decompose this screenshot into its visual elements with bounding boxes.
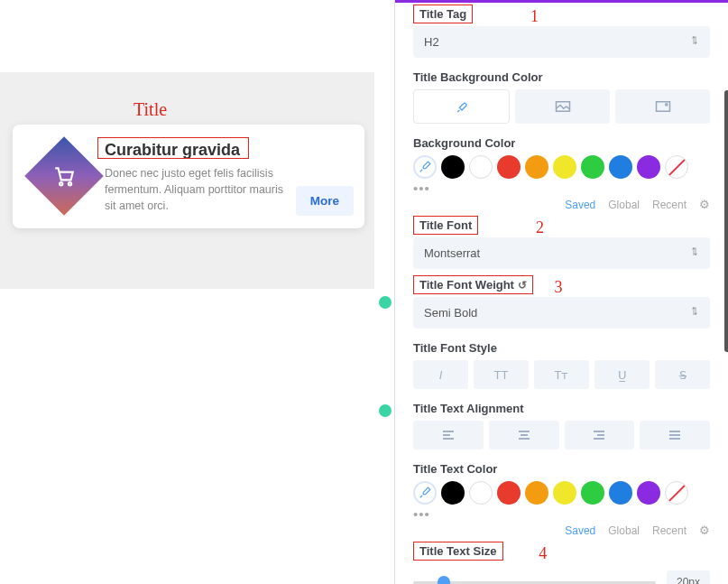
swatch-empty[interactable] bbox=[469, 155, 493, 179]
card-description: Donec nec justo eget felis facilisis fer… bbox=[105, 165, 294, 214]
title-font-select[interactable]: Montserrat bbox=[413, 237, 710, 269]
gear-icon[interactable]: ⚙ bbox=[699, 198, 710, 211]
bg-tab-image[interactable] bbox=[615, 89, 710, 124]
bg-type-tabs bbox=[413, 89, 710, 124]
align-right-button[interactable] bbox=[565, 421, 635, 450]
palette-saved[interactable]: Saved bbox=[565, 199, 595, 211]
align-left-button[interactable] bbox=[413, 421, 484, 450]
text-size-value[interactable]: 20px bbox=[667, 570, 710, 584]
title-font-row: Title Font 2 bbox=[413, 218, 710, 237]
annotation-4: 4 bbox=[539, 544, 547, 563]
title-font-style-label: Title Font Style bbox=[413, 341, 710, 355]
palette-footer-2: Saved Global Recent ⚙ bbox=[413, 524, 710, 537]
title-text-size-row: Title Text Size 4 bbox=[413, 544, 710, 563]
strike-button[interactable]: S̶ bbox=[655, 360, 710, 389]
text-color-swatches bbox=[413, 481, 710, 505]
preview-pane: Title Curabitur gravida Donec nec justo … bbox=[0, 0, 388, 584]
text-swatch-black[interactable] bbox=[441, 481, 465, 505]
title-tag-label: Title Tag bbox=[413, 5, 473, 23]
underline-button[interactable]: U̲ bbox=[594, 360, 650, 389]
swatch-green[interactable] bbox=[581, 155, 604, 179]
eyedropper-icon-2[interactable] bbox=[413, 481, 437, 505]
title-font-weight-text: Title Font Weight bbox=[419, 278, 514, 292]
hover-handle-1[interactable] bbox=[379, 296, 392, 309]
text-swatch-blue[interactable] bbox=[609, 481, 632, 505]
text-swatch-green[interactable] bbox=[581, 481, 604, 505]
annotation-box-title bbox=[97, 137, 249, 159]
more-swatches-2-icon[interactable]: ••• bbox=[413, 506, 710, 522]
palette2-saved[interactable]: Saved bbox=[565, 524, 595, 537]
uppercase-button[interactable]: TT bbox=[474, 360, 529, 389]
more-swatches-icon[interactable]: ••• bbox=[413, 181, 710, 196]
alignment-buttons bbox=[413, 421, 710, 450]
annotation-1: 1 bbox=[530, 7, 539, 26]
swatch-yellow[interactable] bbox=[553, 155, 576, 179]
title-font-label: Title Font bbox=[413, 216, 478, 235]
smallcaps-button[interactable]: Tᴛ bbox=[534, 360, 589, 389]
annotation-2: 2 bbox=[536, 218, 544, 237]
text-swatch-none[interactable] bbox=[665, 481, 688, 505]
swatch-blue[interactable] bbox=[609, 155, 632, 179]
text-swatch-orange[interactable] bbox=[525, 481, 548, 505]
text-swatch-empty[interactable] bbox=[469, 481, 493, 505]
title-tag-row: Title Tag 1 bbox=[413, 7, 710, 26]
swatch-none[interactable] bbox=[665, 155, 688, 179]
text-size-slider[interactable] bbox=[413, 581, 656, 584]
card-title: Curabitur gravida bbox=[105, 141, 348, 160]
title-text-color-label: Title Text Color bbox=[413, 462, 710, 476]
gear-icon-2[interactable]: ⚙ bbox=[699, 524, 710, 537]
palette-global[interactable]: Global bbox=[608, 199, 640, 211]
cart-icon bbox=[24, 136, 104, 216]
svg-rect-3 bbox=[656, 102, 669, 112]
reset-icon[interactable]: ↺ bbox=[518, 279, 527, 292]
text-swatch-red[interactable] bbox=[497, 481, 521, 505]
swatch-red[interactable] bbox=[497, 155, 521, 179]
background-color-label: Background Color bbox=[413, 136, 710, 150]
annotation-3: 3 bbox=[555, 278, 563, 297]
palette2-global[interactable]: Global bbox=[608, 524, 640, 537]
title-text-size-label: Title Text Size bbox=[413, 542, 503, 561]
annotation-title-label: Title bbox=[134, 99, 167, 120]
title-font-weight-label: Title Font Weight↺ bbox=[413, 275, 533, 294]
title-bg-color-label: Title Background Color bbox=[413, 70, 710, 84]
slider-thumb[interactable] bbox=[438, 576, 450, 585]
palette-recent[interactable]: Recent bbox=[652, 199, 687, 211]
eyedropper-icon[interactable] bbox=[413, 155, 437, 179]
swatch-orange[interactable] bbox=[525, 155, 548, 179]
title-align-label: Title Text Alignment bbox=[413, 402, 710, 415]
text-size-slider-row: 20px bbox=[413, 570, 710, 584]
hover-handle-2[interactable] bbox=[379, 404, 392, 417]
title-font-weight-row: Title Font Weight↺ 3 bbox=[413, 278, 710, 297]
align-justify-button[interactable] bbox=[640, 421, 710, 450]
scrollbar[interactable] bbox=[724, 90, 728, 352]
palette2-recent[interactable]: Recent bbox=[652, 524, 687, 537]
align-center-button[interactable] bbox=[489, 421, 559, 450]
svg-point-0 bbox=[60, 182, 62, 185]
text-swatch-purple[interactable] bbox=[637, 481, 660, 505]
bg-tab-color[interactable] bbox=[413, 89, 510, 124]
preview-card: Curabitur gravida Donec nec justo eget f… bbox=[13, 125, 364, 228]
bg-color-swatches bbox=[413, 155, 710, 179]
swatch-purple[interactable] bbox=[637, 155, 660, 179]
title-font-weight-select[interactable]: Semi Bold bbox=[413, 297, 710, 329]
svg-point-4 bbox=[665, 104, 667, 106]
settings-panel: Title Tag 1 H2 Title Background Color Ba… bbox=[394, 0, 728, 584]
font-style-buttons: I TT Tᴛ U̲ S̶ bbox=[413, 360, 710, 389]
swatch-black[interactable] bbox=[441, 155, 465, 179]
text-swatch-yellow[interactable] bbox=[553, 481, 576, 505]
title-tag-select[interactable]: H2 bbox=[413, 26, 710, 58]
bg-tab-gradient[interactable] bbox=[515, 89, 610, 124]
svg-point-1 bbox=[69, 182, 71, 185]
more-button[interactable]: More bbox=[296, 186, 354, 216]
italic-button[interactable]: I bbox=[413, 360, 468, 389]
palette-footer: Saved Global Recent ⚙ bbox=[413, 198, 710, 211]
